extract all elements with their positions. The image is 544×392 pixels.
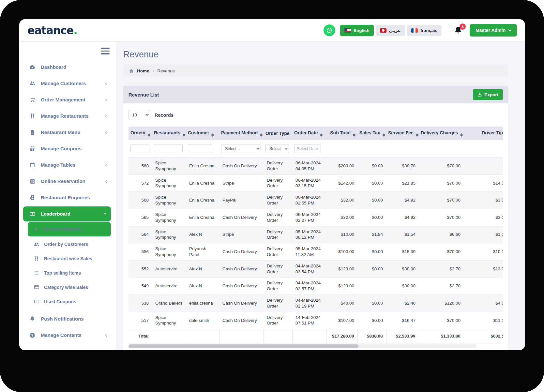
records-control: 10 Records — [128, 110, 503, 120]
export-button[interactable]: Export — [473, 89, 503, 100]
column-header-service-fee[interactable]: Service Fee — [386, 127, 419, 140]
table-cell: $3.00 — [464, 209, 503, 226]
table-cell: 04-Mar-2024 02:57 PM — [292, 278, 326, 295]
sidebar-item-manage-coupons[interactable]: Manage Coupons — [19, 141, 116, 157]
table-row: 565Spice SymphonyEnila CreshaCash On Del… — [128, 209, 503, 226]
table-cell: $16.47 — [386, 312, 419, 329]
sidebar-item-restaurant-menu[interactable]: Restaurant Menu ‹ — [19, 124, 116, 141]
table-cell: Enila Cresha — [186, 158, 219, 175]
column-header-driver-tip[interactable]: Driver Tip — [464, 127, 503, 140]
sidebar-item-restaurant-wise-sales[interactable]: Restaurant wise Sales — [19, 251, 116, 266]
breadcrumb-home-link[interactable]: Home — [137, 68, 149, 73]
table-cell: $40.00 — [326, 295, 357, 312]
sidebar-item-used-coupons[interactable]: Used Coupons — [19, 294, 116, 309]
sort-icon — [148, 133, 150, 137]
table-cell: Enila Cresha — [186, 174, 219, 192]
france-flag-icon — [411, 28, 418, 33]
bell-icon — [29, 316, 36, 322]
sidebar: Dashboard Manage Customers ‹ Order Manag… — [19, 42, 116, 350]
table-container: Order#RestaurantsCustomerPayment MethodO… — [128, 127, 503, 343]
horizontal-scrollbar[interactable] — [128, 344, 477, 348]
column-header-order-[interactable]: Order# — [128, 127, 152, 140]
sidebar-item-leaderboard[interactable]: Leaderboard ‹ — [23, 206, 111, 221]
user-menu-button[interactable]: Master Admin — [470, 24, 517, 37]
total-cell — [186, 329, 219, 343]
filter-restaurants-input[interactable] — [154, 144, 183, 153]
sidebar-item-manage-customers[interactable]: Manage Customers ‹ — [19, 75, 116, 92]
table-cell: Delivery Order — [264, 226, 292, 243]
table-row: 580Spice SymphonyEnila CreshaCash On Del… — [128, 158, 503, 175]
sidebar-item-manage-contents[interactable]: ? Manage Contents ‹ — [19, 327, 116, 343]
table-cell: Enila Cresha — [186, 209, 219, 226]
scrollbar-thumb[interactable] — [128, 344, 358, 348]
filter-customer-input[interactable] — [188, 144, 212, 153]
table-cell: dale smith — [186, 312, 219, 329]
table-cell: 06-Mar-2024 02:27 PM — [292, 209, 326, 226]
sidebar-item-manage-restaurants[interactable]: Manage Restaurants ‹ — [19, 108, 116, 124]
table-cell: Delivery Order — [264, 209, 292, 226]
column-header-delivery-charges[interactable]: Delivery Charges — [419, 127, 464, 140]
sidebar-item-order-by-customers[interactable]: Order by Customers — [19, 237, 116, 251]
notifications-button[interactable]: 8 — [454, 26, 462, 35]
table-cell: $30.00 — [386, 260, 419, 278]
table-cell: $4.00 — [464, 295, 503, 312]
table-row: 556Spice SymphonyPriyansh PatelCash On D… — [128, 243, 503, 261]
column-header-sales-tax[interactable]: Sales Tax — [357, 127, 386, 140]
table-cell: $70.00 — [419, 158, 464, 175]
sidebar-item-revenue-reports[interactable]: $ Revenue Reports — [28, 222, 111, 236]
table-cell: $4.92 — [386, 192, 419, 209]
table-cell: $1.00 — [464, 226, 503, 243]
table-cell: 564 — [128, 226, 152, 243]
chevron-down-icon — [508, 28, 512, 31]
chevron-left-icon: ‹ — [105, 97, 107, 102]
table-cell: Delivery Order — [264, 174, 292, 192]
sidebar-item-top-selling-items[interactable]: Top selling Items — [19, 266, 116, 280]
table-cell: $70.00 — [419, 174, 464, 192]
app-logo: eatance. — [27, 24, 77, 37]
revenue-table: Order#RestaurantsCustomerPayment MethodO… — [128, 127, 503, 343]
sidebar-item-category-wise-sales[interactable]: Category wise Sales — [19, 280, 116, 294]
whatsapp-button[interactable] — [324, 24, 335, 36]
table-cell: $0.00 — [357, 312, 386, 329]
table-header-row: Order#RestaurantsCustomerPayment MethodO… — [128, 127, 503, 140]
language-arabic-button[interactable]: عربي — [376, 25, 405, 36]
menu-toggle-button[interactable] — [101, 48, 110, 54]
sidebar-item-push-notifications[interactable]: Push Notifications — [19, 311, 116, 327]
column-header-sub-total[interactable]: Sub Total — [326, 127, 357, 140]
whatsapp-icon — [326, 27, 333, 34]
table-cell: Priyansh Patel — [186, 243, 219, 261]
logo-dot: . — [73, 24, 77, 37]
table-cell: 05-Mar-2024 06:12 PM — [292, 226, 326, 243]
table-cell: enila cresha — [186, 295, 219, 312]
card-body: 10 Records Order#RestaurantsCustomerPaym… — [123, 103, 508, 350]
filter-date-input[interactable] — [294, 144, 321, 153]
column-header-restaurants[interactable]: Restaurants — [152, 127, 186, 140]
filter-payment-select[interactable]: Select... — [221, 144, 261, 153]
table-cell: 568 — [128, 192, 152, 209]
sidebar-item-order-management[interactable]: Order Management ‹ — [19, 92, 116, 108]
table-cell: Autoservire — [152, 278, 186, 295]
column-header-order-date[interactable]: Order Date — [292, 127, 326, 140]
filter-order-type-select[interactable]: Select — [265, 144, 289, 153]
sidebar-item-restaurant-enquiries[interactable]: Restaurant Enquiries — [19, 189, 116, 206]
svg-text:?: ? — [31, 333, 34, 337]
table-cell: 06-Mar-2024 02:55 PM — [292, 192, 326, 209]
table-cell: $0.00 — [357, 260, 386, 278]
column-header-customer[interactable]: Customer — [186, 127, 219, 140]
language-french-button[interactable]: français — [407, 25, 442, 36]
table-cell: $70.00 — [419, 312, 464, 329]
records-per-page-select[interactable]: 10 — [128, 110, 150, 120]
table-row: 564Spice SymphonyAlex NStripeDelivery Or… — [128, 226, 503, 243]
filter-order-input[interactable] — [130, 144, 149, 153]
table-cell: Cash On Delivery — [219, 312, 264, 329]
sidebar-item-dashboard[interactable]: Dashboard — [19, 59, 116, 75]
sidebar-item-manage-tables[interactable]: Manage Tables ‹ — [19, 157, 116, 173]
chevron-left-icon: ‹ — [105, 81, 107, 86]
table-cell: 04-Mar-2024 02:19 PM — [292, 295, 326, 312]
table-cell: $2.70 — [419, 260, 464, 278]
column-header-payment-method[interactable]: Payment Method — [219, 127, 264, 140]
sidebar-item-online-reservation[interactable]: Online Reservation ‹ — [19, 173, 116, 189]
language-english-button[interactable]: English — [340, 25, 374, 36]
chevron-down-icon: ‹ — [102, 213, 108, 215]
table-cell: $15.39 — [386, 243, 419, 261]
